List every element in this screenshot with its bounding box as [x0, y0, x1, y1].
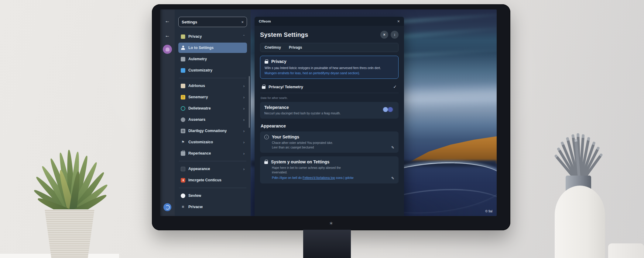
section-caption: Date for ather searln.: [261, 96, 398, 99]
chevron-right-icon: ›: [243, 117, 245, 122]
globe-icon: [181, 117, 185, 122]
desktop-wallpaper: © 9al Cffeom × System Settings × ↕: [251, 9, 497, 216]
flag-icon: [181, 140, 185, 145]
sidebar-item-lo-to-settings[interactable]: Lo to Settings: [178, 43, 247, 53]
edit-icon[interactable]: ✎: [391, 176, 394, 180]
chevron-right-icon: ›: [243, 151, 245, 156]
pencil-holder-bottle: [555, 186, 605, 258]
sidebar-item-assenars[interactable]: Assenars ›: [178, 114, 247, 125]
lock-icon: [265, 61, 268, 64]
sidebar-item-privacy[interactable]: Privacy ˆ: [178, 31, 247, 42]
shield-avatar-icon[interactable]: [163, 45, 172, 54]
back-arrow-icon[interactable]: ←: [165, 19, 170, 23]
chevron-right-icon: ›: [243, 106, 245, 111]
hash-icon: [181, 205, 185, 209]
sidebar-item-privacw[interactable]: Privacw: [178, 202, 247, 212]
appearance-heading: Appearance: [261, 124, 398, 128]
chevron-right-icon: ›: [243, 167, 245, 171]
system-settings-window: Cffeom × System Settings × ↕ Cnetimsy Pr…: [255, 17, 404, 216]
search-box[interactable]: ×: [178, 17, 247, 27]
privacy-description: Wiln s yau Interd listcic restyges in po…: [265, 66, 394, 70]
sidebar-item-imcrgete-conticus[interactable]: Imcrgete Conticus: [178, 175, 247, 185]
folder-icon: [181, 84, 185, 88]
page-title: System Settings: [260, 31, 308, 38]
chevron-up-icon: ˆ: [243, 34, 245, 39]
sidebar-item-reperleance[interactable]: Reperleance ›: [178, 148, 247, 159]
sidebar-divider: [179, 161, 246, 161]
chevron-right-icon: ›: [243, 129, 245, 133]
teal-ring-icon: [181, 106, 185, 111]
clear-search-icon[interactable]: ×: [241, 20, 244, 24]
privacy-note-icon: [181, 34, 185, 39]
tab-privags[interactable]: Privags: [289, 45, 302, 50]
keyboard-icon: [181, 129, 185, 133]
window-title: Cffeom: [259, 19, 271, 23]
plant-leaves: [45, 145, 100, 212]
sidebar-divider: [179, 78, 246, 78]
display-icon: [181, 167, 185, 171]
lock-icon: [262, 86, 265, 89]
monitor-stand: [303, 230, 351, 258]
chevron-right-icon: ›: [243, 84, 245, 88]
chevron-right-icon: ›: [243, 140, 245, 145]
white-cup: [608, 243, 644, 258]
sidebar-item-appearance[interactable]: Appearance ›: [178, 164, 247, 174]
system-link[interactable]: Pdtn //lgse on bell do Feltees'd lisrlat…: [272, 176, 394, 180]
chevron-right-icon: ›: [243, 95, 245, 99]
briefcase-icon: [181, 151, 185, 156]
sidebar-item-senemarry[interactable]: Senemarry ›: [178, 92, 247, 102]
back-arrow-icon[interactable]: ←: [165, 33, 170, 38]
edit-icon[interactable]: ✎: [391, 145, 394, 150]
sidebar-item-aulemetry[interactable]: Aulemetry: [178, 54, 247, 64]
tab-bar: Cnetimsy Privags: [260, 43, 399, 52]
system-tettings-card[interactable]: System y ounlow on Tettings Hape here in…: [260, 156, 399, 183]
white-circle-icon: [181, 194, 185, 198]
warning-icon: [181, 95, 185, 99]
sidebar-item-adrlonus[interactable]: Adrlonus ›: [178, 81, 247, 91]
settings-sidebar: × Privacy ˆ Lo to Settings Aulemetry Cus…: [175, 9, 251, 216]
sidebar-item-delletewatre[interactable]: Delletewatre ›: [178, 103, 247, 113]
teleperance-description: Neccurl yau dacinget thed lash by oyzste…: [264, 111, 394, 116]
desk-photo-scene: ✶ ← ← × Privacy ˆ Lo to Settings: [0, 0, 644, 258]
search-input[interactable]: [182, 20, 241, 24]
close-icon[interactable]: ×: [397, 19, 400, 24]
tab-cnetimsy[interactable]: Cnetimsy: [265, 45, 281, 50]
more-options-button[interactable]: ↕: [391, 31, 399, 39]
your-settings-card[interactable]: ↓ Your Settings Chace ather oster artste…: [260, 131, 399, 153]
window-titlebar[interactable]: Cffeom ×: [255, 17, 404, 26]
potted-plant: [30, 148, 109, 258]
sidebar-scrollbar[interactable]: [249, 76, 250, 128]
document-icon: [181, 57, 185, 61]
plant-pot: [42, 209, 97, 258]
download-circle-icon: ↓: [264, 135, 269, 139]
user-icon: [181, 46, 185, 50]
red-alert-icon: [181, 178, 185, 183]
brand-logo-icon: ✶: [329, 220, 333, 227]
check-icon: ✓: [393, 84, 397, 89]
close-button[interactable]: ×: [380, 31, 388, 39]
sidebar-item-sevlew[interactable]: Sevlew: [178, 190, 247, 201]
privacy-link[interactable]: Muingen errahets for leas, hed an perted…: [265, 71, 394, 75]
blue-panel-icon: [181, 68, 185, 73]
privacy-telemetry-row[interactable]: Privacy/ Telemetry ✓: [260, 82, 399, 93]
teleperance-toggle[interactable]: [382, 107, 394, 112]
lock-icon: [264, 161, 268, 164]
app-rail: ← ←: [160, 9, 175, 216]
status-badge: © 9al: [485, 210, 493, 213]
screen: ← ← × Privacy ˆ Lo to Settings: [160, 9, 497, 216]
privacy-card[interactable]: Privacy Wiln s yau Interd listcic restyg…: [260, 56, 399, 79]
wallpaper-hill: [409, 132, 497, 164]
user-avatar-icon[interactable]: [163, 203, 171, 211]
sidebar-item-customizaico[interactable]: Customizaico ›: [178, 137, 247, 147]
sidebar-item-customizatry[interactable]: Customizatry: [178, 65, 247, 75]
sidebar-divider: [179, 188, 246, 188]
sidebar-item-dlartbgy-comnationy[interactable]: Dlartbgy Comnationy ›: [178, 126, 247, 136]
teleperance-card[interactable]: Teleperance Neccurl yau dacinget thed la…: [260, 102, 399, 119]
